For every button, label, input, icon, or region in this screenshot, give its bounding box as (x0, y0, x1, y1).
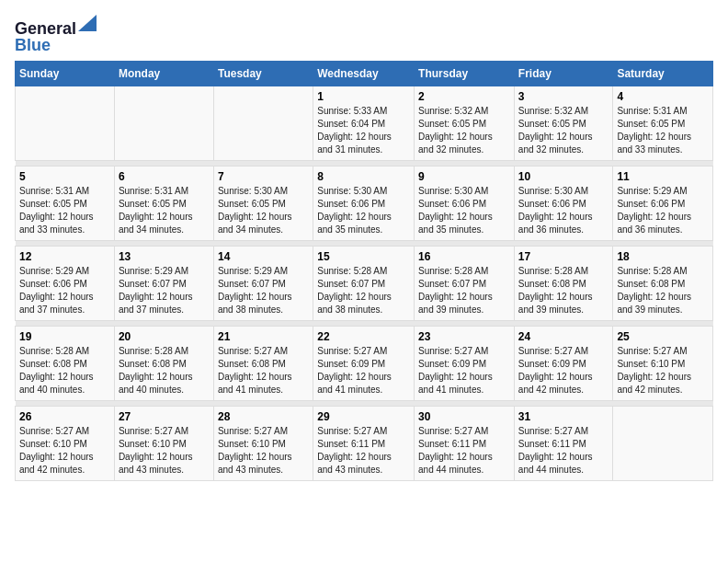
calendar-day-cell: 8Sunrise: 5:30 AM Sunset: 6:06 PM Daylig… (313, 167, 415, 241)
day-number: 24 (518, 330, 609, 343)
day-number: 2 (418, 90, 510, 103)
calendar-day-cell: 7Sunrise: 5:30 AM Sunset: 6:05 PM Daylig… (213, 167, 313, 241)
calendar-day-cell: 10Sunrise: 5:30 AM Sunset: 6:06 PM Dayli… (514, 167, 613, 241)
logo-blue-text: Blue (15, 37, 97, 53)
day-number: 22 (317, 330, 410, 343)
calendar-day-cell: 29Sunrise: 5:27 AM Sunset: 6:11 PM Dayli… (313, 407, 415, 481)
day-info: Sunrise: 5:27 AM Sunset: 6:10 PM Dayligh… (19, 425, 110, 477)
calendar-day-cell: 14Sunrise: 5:29 AM Sunset: 6:07 PM Dayli… (213, 247, 313, 321)
day-number: 28 (218, 410, 309, 423)
calendar-day-cell: 12Sunrise: 5:29 AM Sunset: 6:06 PM Dayli… (16, 247, 115, 321)
calendar-day-cell: 31Sunrise: 5:27 AM Sunset: 6:11 PM Dayli… (514, 407, 613, 481)
day-info: Sunrise: 5:27 AM Sunset: 6:10 PM Dayligh… (617, 345, 709, 396)
day-info: Sunrise: 5:32 AM Sunset: 6:05 PM Dayligh… (418, 105, 510, 156)
day-info: Sunrise: 5:30 AM Sunset: 6:05 PM Dayligh… (218, 185, 309, 236)
calendar-day-cell: 28Sunrise: 5:27 AM Sunset: 6:10 PM Dayli… (213, 407, 313, 481)
weekday-header: Saturday (613, 62, 713, 86)
day-number: 31 (518, 410, 609, 423)
day-number: 4 (617, 90, 709, 103)
calendar-day-cell: 25Sunrise: 5:27 AM Sunset: 6:10 PM Dayli… (613, 327, 713, 401)
day-info: Sunrise: 5:32 AM Sunset: 6:05 PM Dayligh… (518, 105, 609, 156)
calendar-day-cell: 15Sunrise: 5:28 AM Sunset: 6:07 PM Dayli… (313, 247, 415, 321)
calendar-day-cell (114, 86, 213, 161)
calendar-day-cell: 21Sunrise: 5:27 AM Sunset: 6:08 PM Dayli… (213, 327, 313, 401)
calendar-day-cell: 1Sunrise: 5:33 AM Sunset: 6:04 PM Daylig… (313, 86, 415, 161)
calendar-day-cell: 23Sunrise: 5:27 AM Sunset: 6:09 PM Dayli… (415, 327, 515, 401)
calendar-day-cell: 30Sunrise: 5:27 AM Sunset: 6:11 PM Dayli… (415, 407, 515, 481)
day-number: 6 (119, 170, 210, 183)
day-number: 27 (119, 410, 210, 423)
calendar-day-cell: 4Sunrise: 5:31 AM Sunset: 6:05 PM Daylig… (613, 86, 713, 161)
day-number: 17 (518, 250, 609, 263)
calendar-day-cell: 19Sunrise: 5:28 AM Sunset: 6:08 PM Dayli… (16, 327, 115, 401)
day-number: 19 (19, 330, 110, 343)
logo-text: General (15, 20, 76, 37)
day-number: 9 (418, 170, 510, 183)
calendar-day-cell (613, 407, 713, 481)
logo-triangle-icon (78, 15, 97, 31)
day-number: 15 (317, 250, 410, 263)
calendar-day-cell: 24Sunrise: 5:27 AM Sunset: 6:09 PM Dayli… (514, 327, 613, 401)
calendar-day-cell: 18Sunrise: 5:28 AM Sunset: 6:08 PM Dayli… (613, 247, 713, 321)
logo-block: General Blue (15, 15, 97, 53)
weekday-header: Thursday (415, 62, 515, 86)
day-info: Sunrise: 5:27 AM Sunset: 6:09 PM Dayligh… (317, 345, 410, 396)
day-info: Sunrise: 5:27 AM Sunset: 6:10 PM Dayligh… (119, 425, 210, 477)
day-info: Sunrise: 5:29 AM Sunset: 6:06 PM Dayligh… (19, 265, 110, 316)
calendar-table: SundayMondayTuesdayWednesdayThursdayFrid… (15, 61, 713, 481)
calendar-day-cell (213, 86, 313, 161)
day-info: Sunrise: 5:27 AM Sunset: 6:09 PM Dayligh… (518, 345, 609, 396)
weekday-header: Tuesday (213, 62, 313, 86)
day-number: 7 (218, 170, 309, 183)
calendar-day-cell: 26Sunrise: 5:27 AM Sunset: 6:10 PM Dayli… (16, 407, 115, 481)
day-number: 14 (218, 250, 309, 263)
calendar-week-row: 12Sunrise: 5:29 AM Sunset: 6:06 PM Dayli… (16, 247, 713, 321)
calendar-day-cell: 17Sunrise: 5:28 AM Sunset: 6:08 PM Dayli… (514, 247, 613, 321)
day-info: Sunrise: 5:29 AM Sunset: 6:06 PM Dayligh… (617, 185, 709, 236)
day-info: Sunrise: 5:27 AM Sunset: 6:11 PM Dayligh… (518, 425, 609, 477)
day-info: Sunrise: 5:28 AM Sunset: 6:08 PM Dayligh… (518, 265, 609, 316)
day-number: 29 (317, 410, 410, 423)
day-info: Sunrise: 5:31 AM Sunset: 6:05 PM Dayligh… (119, 185, 210, 236)
day-number: 3 (518, 90, 609, 103)
day-number: 23 (418, 330, 510, 343)
day-info: Sunrise: 5:27 AM Sunset: 6:10 PM Dayligh… (218, 425, 309, 477)
calendar-day-cell: 13Sunrise: 5:29 AM Sunset: 6:07 PM Dayli… (114, 247, 213, 321)
day-info: Sunrise: 5:28 AM Sunset: 6:07 PM Dayligh… (418, 265, 510, 316)
weekday-header: Wednesday (313, 62, 415, 86)
calendar-day-cell: 9Sunrise: 5:30 AM Sunset: 6:06 PM Daylig… (415, 167, 515, 241)
calendar-week-row: 19Sunrise: 5:28 AM Sunset: 6:08 PM Dayli… (16, 327, 713, 401)
weekday-header-row: SundayMondayTuesdayWednesdayThursdayFrid… (16, 62, 713, 86)
day-info: Sunrise: 5:30 AM Sunset: 6:06 PM Dayligh… (317, 185, 410, 236)
calendar-day-cell: 2Sunrise: 5:32 AM Sunset: 6:05 PM Daylig… (415, 86, 515, 161)
calendar-day-cell: 3Sunrise: 5:32 AM Sunset: 6:05 PM Daylig… (514, 86, 613, 161)
day-number: 25 (617, 330, 709, 343)
day-info: Sunrise: 5:27 AM Sunset: 6:09 PM Dayligh… (418, 345, 510, 396)
day-info: Sunrise: 5:28 AM Sunset: 6:08 PM Dayligh… (19, 345, 110, 396)
day-number: 16 (418, 250, 510, 263)
day-info: Sunrise: 5:33 AM Sunset: 6:04 PM Dayligh… (317, 105, 410, 156)
day-info: Sunrise: 5:31 AM Sunset: 6:05 PM Dayligh… (19, 185, 110, 236)
day-number: 10 (518, 170, 609, 183)
weekday-header: Friday (514, 62, 613, 86)
calendar-day-cell: 6Sunrise: 5:31 AM Sunset: 6:05 PM Daylig… (114, 167, 213, 241)
day-info: Sunrise: 5:27 AM Sunset: 6:11 PM Dayligh… (418, 425, 510, 477)
day-info: Sunrise: 5:28 AM Sunset: 6:07 PM Dayligh… (317, 265, 410, 316)
calendar-week-row: 26Sunrise: 5:27 AM Sunset: 6:10 PM Dayli… (16, 407, 713, 481)
day-number: 1 (317, 90, 410, 103)
day-number: 30 (418, 410, 510, 423)
calendar-day-cell: 22Sunrise: 5:27 AM Sunset: 6:09 PM Dayli… (313, 327, 415, 401)
calendar-day-cell (16, 86, 115, 161)
day-number: 8 (317, 170, 410, 183)
day-number: 5 (19, 170, 110, 183)
day-info: Sunrise: 5:30 AM Sunset: 6:06 PM Dayligh… (418, 185, 510, 236)
calendar-day-cell: 20Sunrise: 5:28 AM Sunset: 6:08 PM Dayli… (114, 327, 213, 401)
day-info: Sunrise: 5:29 AM Sunset: 6:07 PM Dayligh… (218, 265, 309, 316)
day-info: Sunrise: 5:31 AM Sunset: 6:05 PM Dayligh… (617, 105, 709, 156)
calendar-week-row: 5Sunrise: 5:31 AM Sunset: 6:05 PM Daylig… (16, 167, 713, 241)
day-number: 18 (617, 250, 709, 263)
day-number: 13 (119, 250, 210, 263)
calendar-day-cell: 27Sunrise: 5:27 AM Sunset: 6:10 PM Dayli… (114, 407, 213, 481)
calendar-day-cell: 11Sunrise: 5:29 AM Sunset: 6:06 PM Dayli… (613, 167, 713, 241)
calendar-day-cell: 5Sunrise: 5:31 AM Sunset: 6:05 PM Daylig… (16, 167, 115, 241)
